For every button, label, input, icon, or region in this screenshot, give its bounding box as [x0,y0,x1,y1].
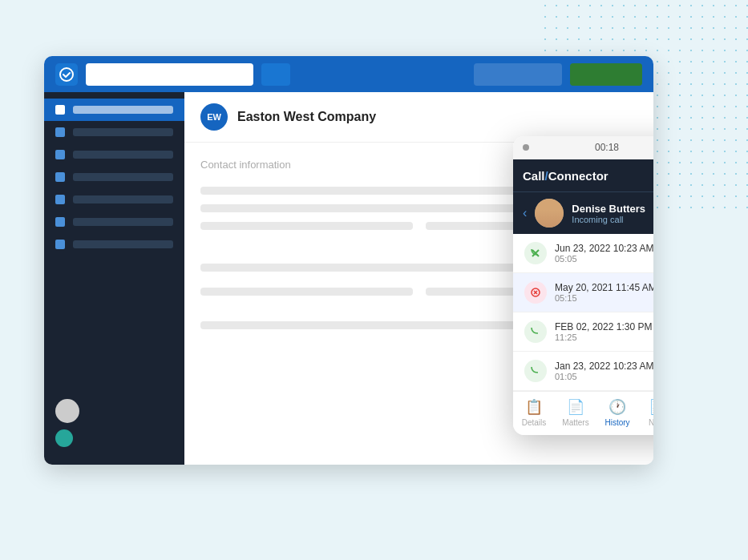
matters-icon: 📄 [567,398,584,416]
call-details-4: Jan 23, 2022 10:23 AM 01:05 [555,361,653,381]
sidebar-bar-5 [73,195,173,203]
widget-status-bar: 00:18 — ⤢ [513,136,653,159]
sidebar-icon-2 [55,127,65,137]
call-timer: 00:18 [595,142,619,153]
connection-status-dot [523,144,529,151]
svg-point-0 [60,68,73,81]
toolbar-green-button[interactable] [570,63,642,86]
sidebar-item-5[interactable] [44,188,184,211]
caller-info: Denise Butters Incoming call [572,203,653,224]
sidebar-bar-2 [73,128,173,136]
call-details-1: Jun 23, 2022 10:23 AM 05:05 [555,243,653,264]
call-history-list: Jun 23, 2022 10:23 AM 05:05 ⊞ › [513,234,653,391]
browser-window: EW Easton West Company Contact informati… [44,56,653,465]
tab-history-label: History [604,418,629,427]
history-icon: 🕐 [609,398,626,416]
call-details-3: FEB 02, 2022 1:30 PM 11:25 [555,321,653,342]
caller-bar: ‹ Denise Butters Incoming call [513,191,653,234]
tab-details[interactable]: 📋 Details [513,398,555,427]
sidebar-bar-4 [73,173,173,181]
tab-matters-label: Matters [562,418,588,427]
app-layout: EW Easton West Company Contact informati… [44,92,653,465]
call-date-2: May 20, 2021 11:45 AM [555,282,653,293]
sidebar-icon-3 [55,150,65,159]
call-date-3: FEB 02, 2022 1:30 PM [555,321,653,332]
back-button[interactable]: ‹ [523,206,527,220]
company-name: Easton West Company [237,110,376,124]
sidebar-bar-1 [73,106,173,114]
call-date-1: Jun 23, 2022 10:23 AM [555,243,653,254]
skeleton-2 [200,204,550,212]
sidebar-icon-5 [55,195,65,204]
skeleton-3 [200,222,413,230]
call-item-2[interactable]: May 20, 2021 11:45 AM 05:15 › [513,273,653,312]
skeleton-8 [200,321,550,329]
main-content: EW Easton West Company Contact informati… [184,92,653,465]
phone-widget: 00:18 — ⤢ Call/Connector ▾ ‹ [513,136,653,435]
call-item-1[interactable]: Jun 23, 2022 10:23 AM 05:05 ⊞ › [513,234,653,273]
call-details-2: May 20, 2021 11:45 AM 05:15 [555,282,653,303]
notes-icon: 📝 [650,398,653,416]
sidebar-icon-1 [55,105,65,115]
tab-notes-label: Notes [649,418,653,427]
caller-status: Incoming call [572,215,653,224]
call-item-3[interactable]: FEB 02, 2022 1:30 PM 11:25 › [513,312,653,352]
tab-matters[interactable]: 📄 Matters [555,398,596,427]
sidebar-icon-7 [55,240,65,249]
widget-tabs: 📋 Details 📄 Matters 🕐 History 📝 Notes [513,391,653,435]
details-icon: 📋 [525,398,543,416]
tab-details-label: Details [522,418,547,427]
sidebar-bottom [44,388,184,458]
widget-header: Call/Connector ▾ [513,159,653,191]
sidebar-item-3[interactable] [44,143,184,166]
tab-notes[interactable]: 📝 Notes [638,398,653,427]
status-indicator [55,429,73,447]
call-date-4: Jan 23, 2022 10:23 AM [555,361,653,372]
sidebar-bar-6 [73,218,173,226]
browser-toolbar [44,56,653,92]
sidebar-item-6[interactable] [44,211,184,233]
sidebar [44,92,184,465]
sidebar-item-2[interactable] [44,121,184,143]
caller-avatar [535,199,564,228]
app-icon [55,63,78,86]
sidebar-item-1[interactable] [44,99,184,121]
caller-name: Denise Butters [572,203,653,215]
sidebar-icon-6 [55,217,65,227]
sidebar-bar-3 [73,151,173,159]
incoming-call-icon-1 [524,242,547,264]
call-duration-3: 11:25 [555,332,653,342]
tab-history[interactable]: 🕐 History [596,398,638,427]
call-duration-4: 01:05 [555,372,653,381]
company-avatar: EW [200,103,228,131]
call-duration-1: 05:05 [555,254,653,264]
search-button[interactable] [261,63,290,86]
sidebar-icon-4 [55,172,65,182]
missed-call-icon [524,281,547,304]
widget-title: Call/Connector [523,169,609,183]
sidebar-item-7[interactable] [44,233,184,256]
incoming-call-icon-3 [524,320,547,343]
company-header: EW Easton West Company [184,92,653,143]
skeleton-6 [200,288,413,296]
browser-search-bar[interactable] [86,63,253,86]
call-item-4[interactable]: Jan 23, 2022 10:23 AM 01:05 ⊞ › [513,352,653,391]
incoming-call-icon-4 [524,360,547,382]
call-duration-2: 05:15 [555,293,653,303]
sidebar-item-4[interactable] [44,166,184,188]
user-avatar[interactable] [55,399,79,423]
toolbar-right-input[interactable] [474,63,562,86]
sidebar-bar-7 [73,240,173,248]
